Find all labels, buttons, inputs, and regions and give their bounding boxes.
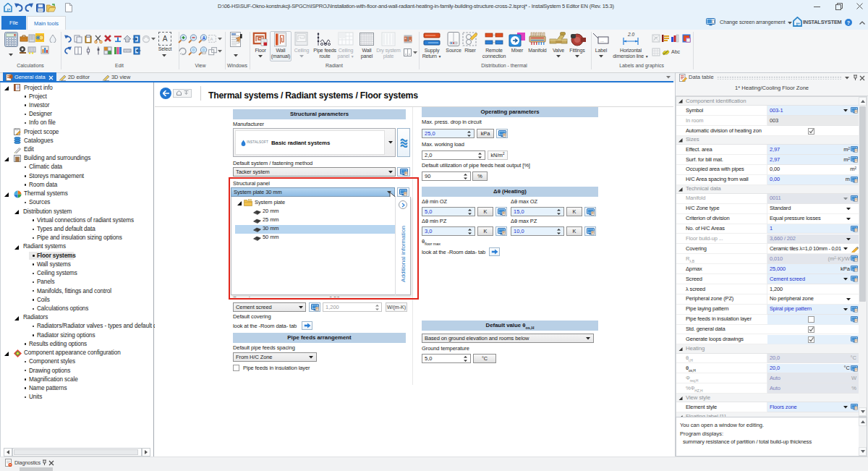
svg-text:...: ... [600,38,604,43]
svg-text:A: A [210,37,213,41]
svg-text:2.0: 2.0 [627,32,634,37]
svg-text:A: A [203,35,206,41]
